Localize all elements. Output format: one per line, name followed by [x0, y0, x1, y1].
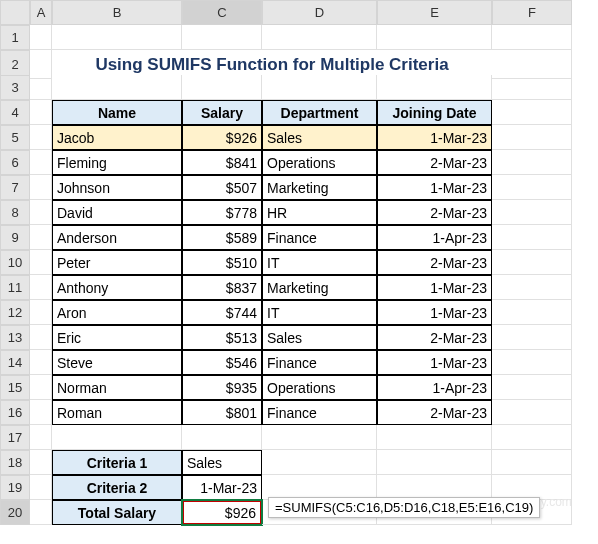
- cell[interactable]: [377, 425, 492, 450]
- cell[interactable]: [492, 125, 572, 150]
- cell[interactable]: [492, 100, 572, 125]
- table-cell-date[interactable]: 1-Mar-23: [377, 175, 492, 200]
- table-cell-date[interactable]: 1-Mar-23: [377, 275, 492, 300]
- result-cell[interactable]: $926: [182, 500, 262, 525]
- cell[interactable]: [492, 375, 572, 400]
- table-cell-salary[interactable]: $801: [182, 400, 262, 425]
- table-cell-date[interactable]: 2-Mar-23: [377, 200, 492, 225]
- col-header-F[interactable]: F: [492, 0, 572, 25]
- table-cell-date[interactable]: 1-Mar-23: [377, 350, 492, 375]
- table-cell-salary[interactable]: $510: [182, 250, 262, 275]
- row-header-15[interactable]: 15: [0, 375, 30, 400]
- criteria2-label[interactable]: Criteria 2: [52, 475, 182, 500]
- table-cell-dept[interactable]: IT: [262, 300, 377, 325]
- cell[interactable]: [30, 475, 52, 500]
- col-header-A[interactable]: A: [30, 0, 52, 25]
- row-header-8[interactable]: 8: [0, 200, 30, 225]
- row-header-19[interactable]: 19: [0, 475, 30, 500]
- cell[interactable]: [262, 425, 377, 450]
- cell[interactable]: [182, 425, 262, 450]
- cell[interactable]: [262, 450, 377, 475]
- table-cell-name[interactable]: Norman: [52, 375, 182, 400]
- table-cell-salary[interactable]: $926: [182, 125, 262, 150]
- row-header-4[interactable]: 4: [0, 100, 30, 125]
- cell[interactable]: [262, 75, 377, 100]
- row-header-1[interactable]: 1: [0, 25, 30, 50]
- table-cell-name[interactable]: Eric: [52, 325, 182, 350]
- row-header-17[interactable]: 17: [0, 425, 30, 450]
- cell[interactable]: [30, 175, 52, 200]
- criteria1-label[interactable]: Criteria 1: [52, 450, 182, 475]
- table-cell-dept[interactable]: IT: [262, 250, 377, 275]
- row-header-6[interactable]: 6: [0, 150, 30, 175]
- table-cell-date[interactable]: 1-Mar-23: [377, 125, 492, 150]
- table-cell-dept[interactable]: Operations: [262, 150, 377, 175]
- cell[interactable]: [30, 300, 52, 325]
- cell[interactable]: [30, 125, 52, 150]
- table-cell-name[interactable]: Jacob: [52, 125, 182, 150]
- cell[interactable]: [30, 275, 52, 300]
- row-header-13[interactable]: 13: [0, 325, 30, 350]
- table-cell-name[interactable]: Anthony: [52, 275, 182, 300]
- row-header-11[interactable]: 11: [0, 275, 30, 300]
- col-header-C[interactable]: C: [182, 0, 262, 25]
- cell[interactable]: [52, 75, 182, 100]
- cell[interactable]: [30, 250, 52, 275]
- row-header-20[interactable]: 20: [0, 500, 30, 525]
- row-header-12[interactable]: 12: [0, 300, 30, 325]
- table-cell-name[interactable]: Aron: [52, 300, 182, 325]
- row-header-10[interactable]: 10: [0, 250, 30, 275]
- table-cell-name[interactable]: David: [52, 200, 182, 225]
- cell[interactable]: [492, 450, 572, 475]
- table-cell-salary[interactable]: $513: [182, 325, 262, 350]
- cell[interactable]: [182, 75, 262, 100]
- cell[interactable]: [30, 100, 52, 125]
- cell[interactable]: [492, 400, 572, 425]
- table-cell-date[interactable]: 2-Mar-23: [377, 400, 492, 425]
- table-cell-name[interactable]: Roman: [52, 400, 182, 425]
- row-header-9[interactable]: 9: [0, 225, 30, 250]
- table-cell-dept[interactable]: Finance: [262, 400, 377, 425]
- cell[interactable]: [492, 150, 572, 175]
- table-cell-dept[interactable]: Finance: [262, 350, 377, 375]
- table-cell-date[interactable]: 2-Mar-23: [377, 150, 492, 175]
- cell[interactable]: [492, 300, 572, 325]
- table-cell-salary[interactable]: $841: [182, 150, 262, 175]
- col-header-D[interactable]: D: [262, 0, 377, 25]
- cell[interactable]: [30, 400, 52, 425]
- cell[interactable]: [377, 450, 492, 475]
- cell[interactable]: [492, 250, 572, 275]
- row-header-16[interactable]: 16: [0, 400, 30, 425]
- row-header-14[interactable]: 14: [0, 350, 30, 375]
- cell[interactable]: [492, 75, 572, 100]
- row-header-7[interactable]: 7: [0, 175, 30, 200]
- table-cell-date[interactable]: 1-Apr-23: [377, 375, 492, 400]
- cell[interactable]: [377, 25, 492, 50]
- cell[interactable]: [30, 350, 52, 375]
- table-cell-date[interactable]: 2-Mar-23: [377, 250, 492, 275]
- row-header-3[interactable]: 3: [0, 75, 30, 100]
- header-dept[interactable]: Department: [262, 100, 377, 125]
- cell[interactable]: [30, 75, 52, 100]
- table-cell-name[interactable]: Steve: [52, 350, 182, 375]
- cell[interactable]: [30, 200, 52, 225]
- table-cell-date[interactable]: 1-Mar-23: [377, 300, 492, 325]
- cell[interactable]: [492, 425, 572, 450]
- table-cell-salary[interactable]: $837: [182, 275, 262, 300]
- total-salary-label[interactable]: Total Salary: [52, 500, 182, 525]
- cell[interactable]: [52, 425, 182, 450]
- table-cell-salary[interactable]: $935: [182, 375, 262, 400]
- table-cell-dept[interactable]: HR: [262, 200, 377, 225]
- table-cell-dept[interactable]: Sales: [262, 125, 377, 150]
- table-cell-salary[interactable]: $744: [182, 300, 262, 325]
- table-cell-name[interactable]: Johnson: [52, 175, 182, 200]
- table-cell-dept[interactable]: Marketing: [262, 175, 377, 200]
- table-cell-dept[interactable]: Sales: [262, 325, 377, 350]
- table-cell-salary[interactable]: $778: [182, 200, 262, 225]
- cell[interactable]: [52, 25, 182, 50]
- table-cell-name[interactable]: Peter: [52, 250, 182, 275]
- cell[interactable]: [492, 200, 572, 225]
- header-name[interactable]: Name: [52, 100, 182, 125]
- cell[interactable]: [492, 325, 572, 350]
- criteria2-value[interactable]: 1-Mar-23: [182, 475, 262, 500]
